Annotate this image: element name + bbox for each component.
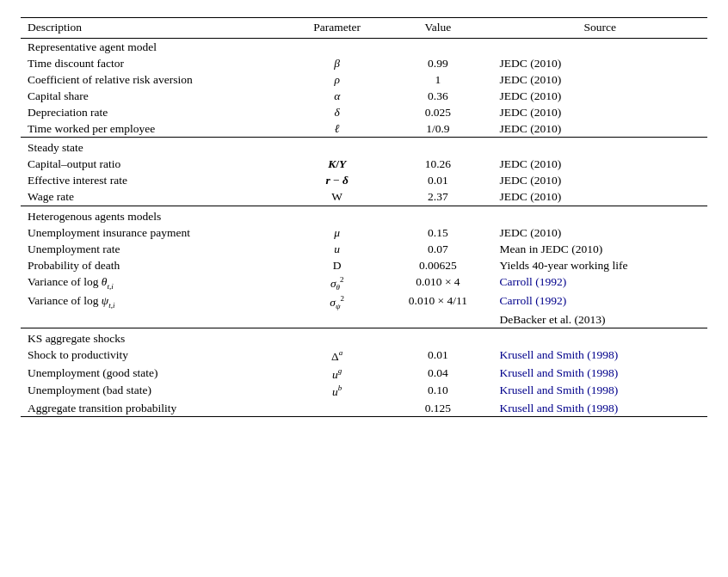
cell-parameter: ub	[291, 383, 383, 401]
header-value: Value	[383, 18, 492, 39]
cell-source: JEDC (2010)	[493, 224, 707, 241]
cell-value: 0.00625	[383, 257, 492, 273]
cell-description: Variance of log ψt,i	[21, 292, 291, 311]
cell-value: 10.26	[383, 157, 492, 173]
table-row: Unemployment insurance paymentμ0.15JEDC …	[21, 224, 707, 241]
cell-source: JEDC (2010)	[493, 120, 707, 138]
section-title: Representative agent model	[21, 39, 707, 56]
header-description: Description	[21, 18, 291, 39]
cell-value: 0.01	[383, 173, 492, 189]
section-header-row: Steady state	[21, 138, 707, 157]
cell-value: 0.36	[383, 88, 492, 104]
cell-description: Capital–output ratio	[21, 157, 291, 173]
cell-description: Wage rate	[21, 189, 291, 206]
cell-source: JEDC (2010)	[493, 173, 707, 189]
cell-parameter: r − δ	[291, 173, 383, 189]
cell-source: Krusell and Smith (1998)	[493, 400, 707, 417]
cell-value: 0.04	[383, 365, 492, 383]
cell-description: Variance of log θt,i	[21, 273, 291, 292]
table-row: Unemployment (bad state)ub0.10Krusell an…	[21, 383, 707, 401]
table-row: Effective interest rater − δ0.01JEDC (20…	[21, 173, 707, 189]
cell-parameter: K/Y	[291, 157, 383, 173]
cell-source: JEDC (2010)	[493, 189, 707, 206]
table-header: Description Parameter Value Source	[21, 18, 707, 39]
cell-parameter: u	[291, 241, 383, 257]
cell-parameter: δ	[291, 104, 383, 120]
cell-description: Coefficient of relative risk aversion	[21, 71, 291, 88]
cell-source: Krusell and Smith (1998)	[493, 365, 707, 383]
cell-description: Probability of death	[21, 257, 291, 273]
cell-value: 0.15	[383, 224, 492, 241]
cell-parameter: ρ	[291, 71, 383, 88]
table-row: Aggregate transition probability0.125Kru…	[21, 400, 707, 417]
table-row: Unemployment rateu0.07Mean in JEDC (2010…	[21, 241, 707, 257]
cell-value: 0.010 × 4/11	[383, 292, 492, 311]
cell-description: Shock to productivity	[21, 347, 291, 365]
cell-description: Effective interest rate	[21, 173, 291, 189]
cell-value: 0.025	[383, 104, 492, 120]
cell-value	[383, 311, 492, 328]
cell-source: DeBacker et al. (2013)	[493, 311, 707, 328]
cell-description: Time discount factor	[21, 55, 291, 71]
cell-parameter: Δa	[291, 347, 383, 365]
cell-source: JEDC (2010)	[493, 55, 707, 71]
header-parameter: Parameter	[291, 18, 383, 39]
cell-description: Unemployment insurance payment	[21, 224, 291, 241]
cell-value: 2.37	[383, 189, 492, 206]
cell-value: 0.10	[383, 383, 492, 401]
cell-source: JEDC (2010)	[493, 71, 707, 88]
cell-description: Capital share	[21, 88, 291, 104]
cell-parameter: α	[291, 88, 383, 104]
section-header-row: Heterogenous agents models	[21, 206, 707, 224]
table-row: Unemployment (good state)ug0.04Krusell a…	[21, 365, 707, 383]
cell-parameter: β	[291, 55, 383, 71]
cell-parameter	[291, 400, 383, 417]
cell-source: Krusell and Smith (1998)	[493, 383, 707, 401]
cell-value: 0.010 × 4	[383, 273, 492, 292]
cell-value: 0.07	[383, 241, 492, 257]
table-row: Depreciation rateδ0.025JEDC (2010)	[21, 104, 707, 120]
table-row: Time worked per employeeℓ1/0.9JEDC (2010…	[21, 120, 707, 138]
cell-source: Carroll (1992)	[493, 273, 707, 292]
table-row: Capital shareα0.36JEDC (2010)	[21, 88, 707, 104]
cell-description: Unemployment rate	[21, 241, 291, 257]
cell-description: Time worked per employee	[21, 120, 291, 138]
section-title: Heterogenous agents models	[21, 206, 707, 224]
cell-parameter: μ	[291, 224, 383, 241]
cell-value: 0.99	[383, 55, 492, 71]
table-row: Probability of deathD0.00625Yields 40-ye…	[21, 257, 707, 273]
cell-source: Mean in JEDC (2010)	[493, 241, 707, 257]
cell-parameter: D	[291, 257, 383, 273]
cell-value: 0.125	[383, 400, 492, 417]
cell-description: Depreciation rate	[21, 104, 291, 120]
cell-parameter: W	[291, 189, 383, 206]
cell-parameter: ℓ	[291, 120, 383, 138]
cell-value: 0.01	[383, 347, 492, 365]
table-row: Shock to productivityΔa0.01Krusell and S…	[21, 347, 707, 365]
cell-source: Carroll (1992)	[493, 292, 707, 311]
cell-source: Yields 40-year working life	[493, 257, 707, 273]
cell-source: JEDC (2010)	[493, 104, 707, 120]
cell-source: JEDC (2010)	[493, 88, 707, 104]
table-row: Capital–output ratioK/Y10.26JEDC (2010)	[21, 157, 707, 173]
cell-source: JEDC (2010)	[493, 157, 707, 173]
header-source: Source	[493, 18, 707, 39]
cell-parameter	[291, 311, 383, 328]
table-row: Wage rateW2.37JEDC (2010)	[21, 189, 707, 206]
table-row: Variance of log θt,iσθ20.010 × 4Carroll …	[21, 273, 707, 292]
cell-description: Unemployment (bad state)	[21, 383, 291, 401]
cell-value: 1/0.9	[383, 120, 492, 138]
section-header-row: Representative agent model	[21, 39, 707, 56]
cell-parameter: σψ2	[291, 292, 383, 311]
cell-source: Krusell and Smith (1998)	[493, 347, 707, 365]
section-header-row: KS aggregate shocks	[21, 328, 707, 347]
section-title: KS aggregate shocks	[21, 328, 707, 347]
table-row: DeBacker et al. (2013)	[21, 311, 707, 328]
cell-parameter: ug	[291, 365, 383, 383]
cell-description: Aggregate transition probability	[21, 400, 291, 417]
table-row: Variance of log ψt,iσψ20.010 × 4/11Carro…	[21, 292, 707, 311]
cell-description	[21, 311, 291, 328]
table-row: Time discount factorβ0.99JEDC (2010)	[21, 55, 707, 71]
section-title: Steady state	[21, 138, 707, 157]
table-row: Coefficient of relative risk aversionρ1J…	[21, 71, 707, 88]
